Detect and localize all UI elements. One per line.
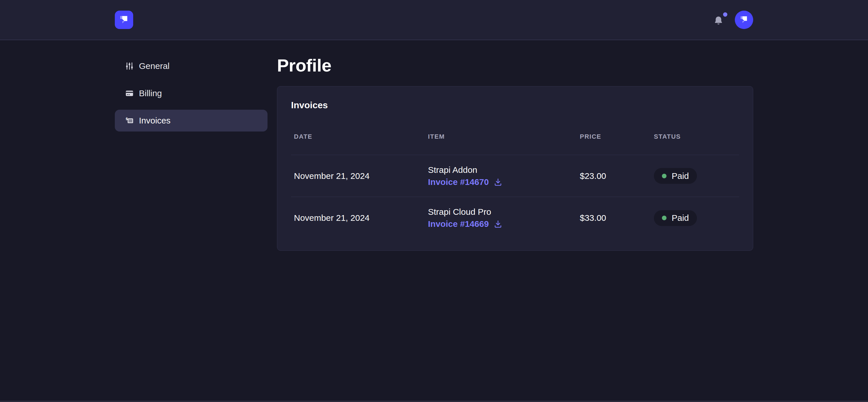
- invoice-status-cell: Paid: [651, 168, 739, 184]
- strapi-logo-icon: [118, 13, 130, 26]
- status-badge: Paid: [654, 210, 697, 226]
- invoice-item-name: Strapi Cloud Pro: [428, 206, 577, 218]
- invoice-date: November 21, 2024: [291, 171, 425, 181]
- table-row: November 21, 2024 Strapi Cloud Pro Invoi…: [291, 197, 739, 239]
- svg-text:$: $: [125, 117, 128, 121]
- notifications-button[interactable]: [713, 14, 724, 26]
- sidebar-item-invoices[interactable]: $ Invoices: [115, 110, 268, 131]
- page-title: Profile: [277, 55, 753, 76]
- invoice-item-cell: Strapi Cloud Pro Invoice #14669: [425, 206, 577, 230]
- invoice-date: November 21, 2024: [291, 213, 425, 223]
- invoices-card-title: Invoices: [291, 99, 739, 111]
- sidebar-item-label: General: [139, 61, 169, 71]
- invoice-status-cell: Paid: [651, 210, 739, 226]
- invoices-card: Invoices DATE ITEM PRICE STATUS November…: [277, 86, 753, 251]
- column-header-price: PRICE: [577, 133, 651, 141]
- main-content: Profile Invoices DATE ITEM PRICE STATUS …: [277, 40, 753, 251]
- notification-dot: [723, 12, 727, 17]
- invoice-icon: $: [125, 116, 134, 125]
- invoice-price: $23.00: [577, 171, 651, 181]
- bell-icon: [713, 15, 724, 26]
- column-header-date: DATE: [291, 133, 425, 141]
- paid-status-dot: [662, 174, 666, 178]
- download-icon[interactable]: [493, 178, 503, 187]
- invoice-item-cell: Strapi Addon Invoice #14670: [425, 164, 577, 188]
- content-layout: General Billing $: [115, 40, 753, 251]
- sidebar-item-general[interactable]: General: [115, 55, 268, 77]
- credit-card-icon: [125, 89, 134, 98]
- status-badge: Paid: [654, 168, 697, 184]
- status-label: Paid: [672, 171, 689, 181]
- strapi-home-button[interactable]: [115, 11, 133, 29]
- invoice-number-link[interactable]: Invoice #14669: [428, 218, 489, 230]
- strapi-logo-icon: [739, 14, 749, 26]
- sidebar-item-label: Invoices: [139, 116, 170, 125]
- download-icon[interactable]: [493, 219, 503, 228]
- table-row: November 21, 2024 Strapi Addon Invoice #…: [291, 155, 739, 197]
- invoice-number-link[interactable]: Invoice #14670: [428, 176, 489, 188]
- column-header-status: STATUS: [651, 133, 739, 141]
- status-label: Paid: [672, 213, 689, 223]
- user-avatar[interactable]: [735, 11, 753, 29]
- sliders-icon: [125, 62, 134, 70]
- top-bar-actions: [713, 11, 753, 29]
- invoice-item-name: Strapi Addon: [428, 164, 577, 176]
- column-header-item: ITEM: [425, 133, 577, 141]
- sidebar-item-billing[interactable]: Billing: [115, 83, 268, 104]
- paid-status-dot: [662, 216, 666, 220]
- settings-sidebar: General Billing $: [115, 55, 268, 137]
- window-bottom-edge: [0, 401, 868, 402]
- top-bar: [0, 0, 868, 40]
- invoices-table-header: DATE ITEM PRICE STATUS: [291, 111, 739, 155]
- invoice-price: $33.00: [577, 213, 651, 223]
- sidebar-item-label: Billing: [139, 88, 162, 98]
- top-bar-inner: [115, 11, 753, 29]
